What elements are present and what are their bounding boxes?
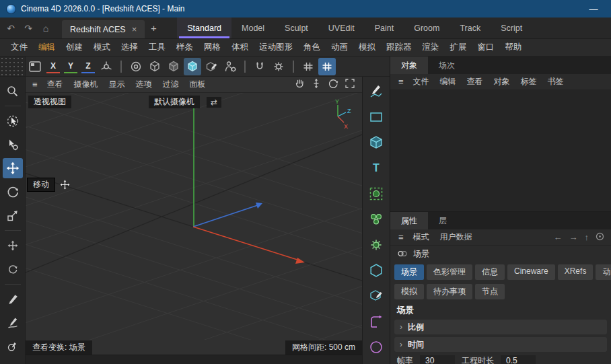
menu-item-extensions[interactable]: 扩展 (445, 42, 472, 53)
history-forward-button[interactable]: ↷ (20, 20, 36, 36)
layout-tab-groom[interactable]: Groom (404, 17, 450, 38)
om-menu-tags[interactable]: 标签 (515, 76, 542, 87)
attribute-object-row[interactable]: 场景 (390, 246, 611, 262)
per-object-rotate-icon[interactable] (3, 259, 23, 279)
layout-tab-script[interactable]: Script (491, 17, 532, 38)
cube-primitive-icon[interactable] (365, 133, 387, 152)
field-object-icon[interactable] (365, 261, 387, 280)
history-back-button[interactable]: ↶ (3, 20, 19, 36)
layout-tab-sculpt[interactable]: Sculpt (275, 17, 318, 38)
om-menu-object[interactable]: 对象 (489, 76, 515, 87)
magnet-snap-icon[interactable] (251, 58, 268, 75)
document-tab[interactable]: Redshift ACES × (62, 20, 145, 38)
group-scale[interactable]: › 比例 (394, 320, 607, 334)
menu-item-file[interactable]: 文件 (5, 42, 33, 53)
menu-item-help[interactable]: 帮助 (500, 42, 528, 53)
workplane-icon[interactable] (26, 58, 44, 75)
axis-orientation-gizmo[interactable]: Y Z X (326, 98, 355, 129)
menu-item-tools[interactable]: 工具 (143, 42, 171, 53)
om-menu-edit[interactable]: 编辑 (435, 76, 462, 87)
duration-field[interactable]: 0.5 (501, 355, 536, 364)
frame-rate-field[interactable]: 30 (420, 355, 455, 364)
sketch-pen-icon[interactable] (3, 313, 23, 333)
layout-tab-uvedit[interactable]: UVEdit (318, 17, 365, 38)
new-tab-button[interactable]: + (145, 17, 162, 38)
menu-item-spline[interactable]: 样条 (171, 42, 199, 53)
close-tab-icon[interactable]: × (132, 24, 137, 34)
tab-takes[interactable]: 场次 (428, 57, 466, 74)
am-lock-icon[interactable] (596, 232, 604, 243)
menu-item-mesh[interactable]: 网格 (199, 42, 226, 53)
object-list[interactable] (390, 90, 611, 212)
menu-item-render[interactable]: 渲染 (417, 42, 445, 53)
minimize-button[interactable]: — (582, 4, 605, 14)
grid-icon[interactable] (299, 58, 317, 75)
cloner-object-icon[interactable] (365, 184, 387, 203)
attr-tab-simulation[interactable]: 模拟 (394, 284, 424, 299)
lock-y-axis-button[interactable]: Y (64, 60, 77, 73)
bend-deformer-icon[interactable] (365, 312, 387, 331)
character-rig-icon[interactable] (221, 58, 239, 75)
viewport-menu-view[interactable]: 查看 (42, 79, 69, 90)
torus-primitive-icon[interactable] (127, 58, 145, 75)
pen-tool-icon[interactable] (3, 289, 23, 310)
simulation-gear-icon[interactable] (365, 235, 387, 254)
attr-tab-nodes[interactable]: 节点 (475, 284, 505, 299)
cube-solid-icon[interactable] (165, 58, 182, 75)
layout-tab-paint[interactable]: Paint (365, 17, 404, 38)
menu-item-tracker[interactable]: 跟踪器 (381, 42, 417, 53)
mograph-cluster-icon[interactable] (365, 210, 387, 229)
attr-tab-cineware[interactable]: Cineware (507, 264, 555, 280)
dolly-view-icon[interactable] (311, 78, 322, 91)
lock-x-axis-button[interactable]: X (46, 60, 60, 73)
menu-item-mograph[interactable]: 运动图形 (254, 42, 298, 53)
layout-tab-model[interactable]: Model (231, 17, 275, 38)
viewport-menu-panel[interactable]: 面板 (184, 79, 211, 90)
rectangle-spline-icon[interactable] (365, 108, 387, 126)
home-button[interactable]: ⌂ (38, 20, 54, 36)
am-history-forward-icon[interactable]: → (569, 232, 578, 242)
om-menu-view[interactable]: 查看 (462, 76, 489, 87)
tweak-mode-icon[interactable] (3, 135, 23, 155)
cube-shaded-icon-selected[interactable] (184, 58, 201, 75)
menu-item-mode[interactable]: 模式 (88, 42, 116, 53)
per-object-move-icon[interactable] (3, 235, 23, 256)
layout-tab-standard[interactable]: Standard (177, 17, 231, 38)
viewport-hamburger-icon[interactable]: ≡ (28, 79, 42, 89)
scale-tool-icon[interactable] (3, 205, 23, 225)
maximize-view-icon[interactable] (345, 78, 355, 91)
viewport-canvas[interactable]: 透视视图 默认摄像机 ⇄ Y Z X (26, 93, 362, 340)
om-menu-bookmarks[interactable]: 书签 (542, 76, 569, 87)
am-parent-up-icon[interactable]: ↑ (585, 232, 589, 242)
quantize-grid-icon-active[interactable] (318, 58, 336, 75)
deformer-extra-icon[interactable] (365, 338, 387, 357)
attr-tab-xrefs[interactable]: XRefs (558, 264, 594, 280)
spline-pen-icon[interactable] (365, 82, 387, 101)
attr-tab-scene[interactable]: 场景 (394, 264, 424, 280)
menu-item-window[interactable]: 窗口 (472, 42, 500, 53)
attr-tab-color-management[interactable]: 色彩管理 (427, 264, 472, 280)
toolbar-grip[interactable] (0, 57, 26, 76)
active-camera-label[interactable]: 默认摄像机 (149, 96, 200, 108)
view-name-label[interactable]: 透视视图 (28, 96, 71, 108)
object-manager-hamburger-icon[interactable]: ≡ (394, 77, 408, 87)
attr-tab-animation[interactable]: 动画 (596, 264, 611, 280)
rotate-tool-icon[interactable] (3, 182, 23, 202)
camera-swap-icon[interactable]: ⇄ (207, 97, 221, 108)
menu-item-select[interactable]: 选择 (116, 42, 143, 53)
volume-pen-icon[interactable] (365, 287, 387, 305)
am-menu-mode[interactable]: 模式 (408, 231, 435, 243)
menu-item-edit[interactable]: 编辑 (33, 42, 61, 53)
text-object-icon[interactable]: T (365, 159, 387, 178)
coordinate-system-icon[interactable] (98, 58, 115, 75)
attribute-hamburger-icon[interactable]: ≡ (394, 232, 408, 242)
menu-item-simulate[interactable]: 模拟 (353, 42, 381, 53)
spline-arc-pen-icon[interactable] (3, 336, 23, 357)
cube-edit-pen-icon[interactable] (203, 58, 220, 75)
menu-item-character[interactable]: 角色 (298, 42, 326, 53)
pan-view-icon[interactable] (294, 78, 305, 91)
layout-tab-track[interactable]: Track (450, 17, 491, 38)
tab-objects[interactable]: 对象 (390, 57, 428, 74)
menu-item-volume[interactable]: 体积 (226, 42, 254, 53)
live-selection-icon[interactable] (3, 111, 23, 131)
